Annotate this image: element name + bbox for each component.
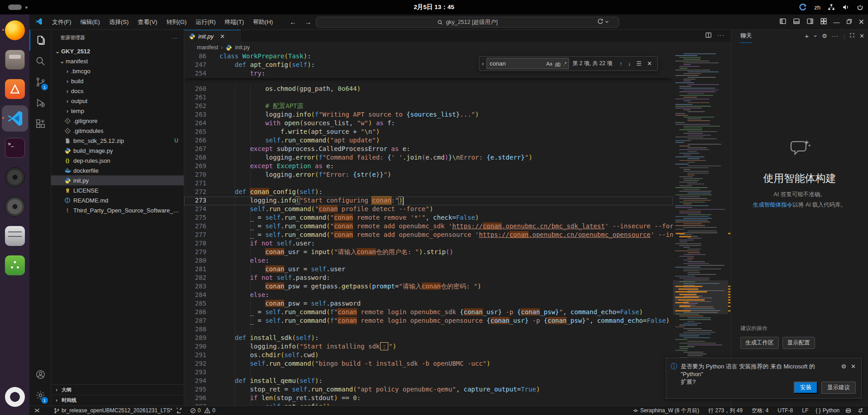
activity-settings[interactable]: 1 xyxy=(29,385,51,406)
close-panel-icon[interactable]: ✕ xyxy=(859,33,864,39)
explorer-more-actions-icon[interactable]: ··· xyxy=(172,35,178,41)
chat-tab[interactable]: 聊天 xyxy=(740,32,752,43)
refresh-dropdown-button[interactable] xyxy=(597,18,609,25)
dock-item-disc2[interactable] xyxy=(2,193,28,220)
network-icon[interactable] xyxy=(828,4,835,11)
tree-item-Third_Party_Open_Source_Software_List....[interactable]: !Third_Party_Open_Source_Software_List..… xyxy=(51,205,184,215)
tree-item-.gitmodules[interactable]: .gitmodules xyxy=(51,126,184,136)
tree-item-dep-rules.json[interactable]: {}dep-rules.json xyxy=(51,156,184,165)
dock-item-disc1[interactable] xyxy=(2,164,28,190)
find-expand-icon[interactable]: › xyxy=(479,57,486,71)
indentation-setting[interactable]: 空格: 4 xyxy=(749,407,771,415)
toggle-primary-sidebar-icon[interactable] xyxy=(779,18,787,26)
timeline-section[interactable]: › 时间线 xyxy=(51,395,184,405)
toggle-secondary-sidebar-icon[interactable] xyxy=(806,18,814,26)
tab-init-py[interactable]: init.py ✕ xyxy=(184,30,241,42)
menu-G[interactable]: 转到(G) xyxy=(162,17,191,28)
nav-back-icon[interactable]: ← xyxy=(290,18,296,26)
activity-debug[interactable] xyxy=(29,92,51,113)
activity-account[interactable] xyxy=(29,364,51,385)
copilot-status-icon[interactable] xyxy=(842,407,854,414)
activity-extensions[interactable] xyxy=(29,113,51,134)
toggle-panel-icon[interactable] xyxy=(793,18,800,26)
menu-F[interactable]: 文件(F) xyxy=(48,17,76,28)
chat-more-actions-icon[interactable]: ··· xyxy=(832,33,839,39)
tree-item-dockerfile[interactable]: dockerfile xyxy=(51,165,184,175)
nav-forward-icon[interactable]: → xyxy=(305,18,311,26)
install-button[interactable]: 安装 xyxy=(794,382,818,394)
menu-R[interactable]: 运行(R) xyxy=(191,17,219,28)
chevron-down-icon[interactable] xyxy=(813,33,817,39)
volume-icon[interactable] xyxy=(842,4,849,11)
tree-item-output[interactable]: ›output xyxy=(51,96,184,106)
dock-item-terminal[interactable]: >_ xyxy=(2,135,28,161)
dock-item-vscode[interactable] xyxy=(2,105,28,132)
git-branch-indicator[interactable]: br_release_openUBMC2512_20261231_LTS* xyxy=(51,406,185,415)
window-minimize-button[interactable]: — xyxy=(834,19,840,26)
tree-item-manifest[interactable]: ⌄manifest xyxy=(51,56,184,66)
clock[interactable]: 2月5日 13：45 xyxy=(0,3,868,11)
activity-search[interactable] xyxy=(29,51,51,71)
generate-agent-instructions-link[interactable]: 生成智能体指令 xyxy=(753,202,793,208)
dock-item-firefox[interactable] xyxy=(2,17,28,43)
vscode-logo-icon[interactable] xyxy=(35,18,43,27)
new-chat-icon[interactable]: + xyxy=(805,32,809,40)
editor-more-actions-icon[interactable]: ··· xyxy=(717,32,725,40)
tree-item-bmc_sdk_25.12.zip[interactable]: bmc_sdk_25.12.zipU xyxy=(51,136,184,146)
dock-item-swirl[interactable] xyxy=(2,384,28,410)
customize-layout-icon[interactable] xyxy=(820,18,827,26)
eol-setting[interactable]: LF xyxy=(799,407,811,414)
commit-author[interactable]: Seraphina_W (6 个月前) xyxy=(630,407,702,415)
regex-icon[interactable]: .* xyxy=(563,61,567,66)
menu-H[interactable]: 帮助(H) xyxy=(249,17,277,28)
tree-item-LICENSE[interactable]: LICENSE xyxy=(51,185,184,195)
menu-V[interactable]: 查看(V) xyxy=(134,17,161,28)
tree-item-build[interactable]: ›build xyxy=(51,76,184,86)
activity-explorer[interactable] xyxy=(29,30,51,51)
sync-icon[interactable] xyxy=(176,408,182,414)
minimap[interactable] xyxy=(673,52,728,406)
encoding-setting[interactable]: UTF-8 xyxy=(775,407,796,414)
menu-E[interactable]: 编辑(E) xyxy=(76,17,104,28)
dock-item-cabinet[interactable] xyxy=(2,223,28,249)
power-icon[interactable] xyxy=(857,4,863,11)
tree-item-GKY_2512[interactable]: ⌄GKY_2512 xyxy=(51,46,184,56)
show-recommendation-button[interactable]: 显示建议 xyxy=(821,382,856,394)
problems-indicator[interactable]: 0 0 xyxy=(187,406,218,415)
tree-item-temp[interactable]: ›temp xyxy=(51,106,184,116)
activity-scm[interactable]: 1 xyxy=(29,71,51,92)
window-restore-button[interactable] xyxy=(846,19,852,26)
notifications-bell-icon[interactable] xyxy=(854,407,868,414)
find-previous-icon[interactable]: ↑ xyxy=(620,60,623,67)
input-method-indicator[interactable]: zh xyxy=(814,4,820,11)
remote-indicator[interactable] xyxy=(29,406,43,415)
language-mode[interactable]: { } Python xyxy=(813,407,842,414)
window-close-button[interactable]: ✕ xyxy=(858,18,864,26)
tree-item-docs[interactable]: ›docs xyxy=(51,86,184,96)
tree-item-.gitignore[interactable]: .gitignore xyxy=(51,116,184,126)
dock-item-archive[interactable] xyxy=(2,47,28,73)
dock-item-recycle[interactable] xyxy=(2,252,28,278)
outline-section[interactable]: › 大纲 xyxy=(51,384,184,395)
find-in-selection-icon[interactable]: ☰ xyxy=(636,60,642,67)
match-case-icon[interactable]: Aa xyxy=(546,61,552,66)
command-center-search[interactable]: gky_2512 [超级用户] xyxy=(316,17,619,28)
dock-item-software[interactable] xyxy=(2,76,28,102)
find-input[interactable] xyxy=(490,60,544,67)
menu-S[interactable]: 选择(S) xyxy=(105,17,133,28)
tree-item-.bmcgo[interactable]: ›.bmcgo xyxy=(51,66,184,76)
chat-settings-icon[interactable]: ⚙ xyxy=(822,33,827,39)
find-next-icon[interactable]: ↓ xyxy=(628,60,631,67)
tree-item-build_image.py[interactable]: build_image.py xyxy=(51,146,184,156)
generate-workspace-button[interactable]: 生成工作区 xyxy=(740,337,779,349)
show-config-button[interactable]: 显示配置 xyxy=(782,337,815,349)
tab-close-icon[interactable]: ✕ xyxy=(220,33,225,40)
whole-word-icon[interactable]: ab xyxy=(555,61,560,66)
tree-item-README.md[interactable]: README.md xyxy=(51,195,184,205)
cursor-position[interactable]: 行 273，列 49 xyxy=(706,407,745,415)
find-close-icon[interactable]: ✕ xyxy=(647,60,652,67)
software-update-icon[interactable] xyxy=(799,4,807,11)
maximize-panel-icon[interactable] xyxy=(849,33,855,39)
code-editor[interactable]: 260 os.chmod(gpg_path, 0o644)261262 # 配置… xyxy=(184,52,673,406)
breadcrumbs[interactable]: manifest › init.py xyxy=(184,42,731,52)
